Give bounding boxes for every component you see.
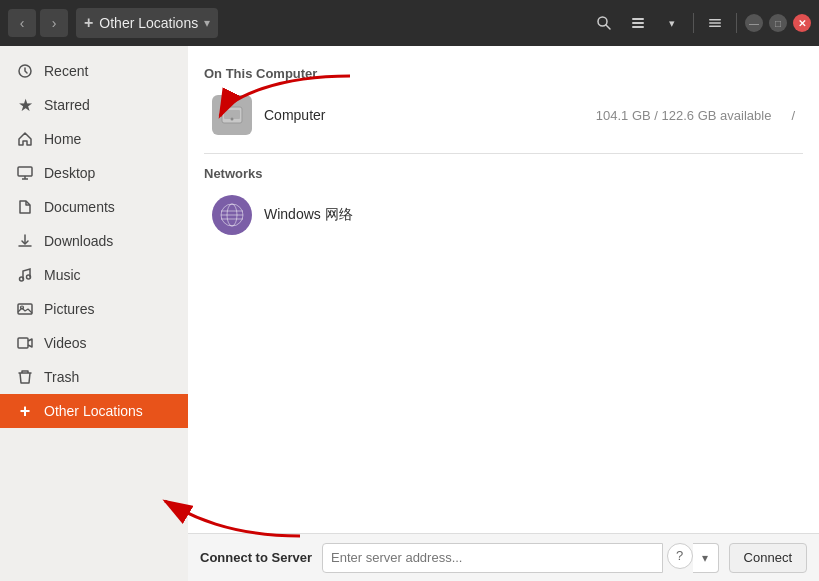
downloads-icon	[16, 232, 34, 250]
sidebar-item-starred[interactable]: ★ Starred	[0, 88, 188, 122]
star-icon: ★	[16, 96, 34, 114]
location-label: Other Locations	[99, 15, 198, 31]
sidebar-item-label-home: Home	[44, 131, 81, 147]
documents-icon	[16, 198, 34, 216]
help-icon: ?	[676, 548, 683, 563]
svg-point-21	[231, 118, 234, 121]
close-button[interactable]: ✕	[793, 14, 811, 32]
server-address-input[interactable]	[322, 543, 663, 573]
hamburger-menu-button[interactable]	[700, 8, 730, 38]
svg-point-14	[20, 277, 24, 281]
hamburger-menu-icon	[707, 15, 723, 31]
connect-button-label: Connect	[744, 550, 792, 565]
svg-rect-18	[18, 338, 28, 348]
address-dropdown-button[interactable]: ▾	[693, 543, 719, 573]
sidebar-item-videos[interactable]: Videos	[0, 326, 188, 360]
minimize-icon: —	[749, 18, 759, 29]
list-view-icon	[630, 15, 646, 31]
computer-item-slash: /	[791, 108, 795, 123]
sidebar-item-music[interactable]: Music	[0, 258, 188, 292]
sidebar-item-label-trash: Trash	[44, 369, 79, 385]
svg-line-1	[606, 25, 610, 29]
other-locations-plus-icon: +	[16, 402, 34, 420]
sidebar-item-label-pictures: Pictures	[44, 301, 95, 317]
location-chevron-icon: ▾	[204, 16, 210, 30]
sidebar-item-label-downloads: Downloads	[44, 233, 113, 249]
connect-to-server-label: Connect to Server	[200, 550, 312, 565]
connect-button[interactable]: Connect	[729, 543, 807, 573]
windows-network-name: Windows 网络	[264, 206, 795, 224]
recent-icon	[16, 62, 34, 80]
maximize-button[interactable]: □	[769, 14, 787, 32]
view-options-chevron-icon: ▾	[669, 17, 675, 30]
sidebar-item-pictures[interactable]: Pictures	[0, 292, 188, 326]
titlebar-separator	[693, 13, 694, 33]
main-area: Recent ★ Starred Home Desktop	[0, 46, 819, 581]
search-button[interactable]	[589, 8, 619, 38]
on-this-computer-heading: On This Computer	[204, 66, 803, 81]
minimize-button[interactable]: —	[745, 14, 763, 32]
sidebar-item-other-locations[interactable]: + Other Locations	[0, 394, 188, 428]
network-globe-icon	[212, 195, 252, 235]
maximize-icon: □	[775, 18, 781, 29]
svg-rect-2	[632, 18, 644, 20]
networks-heading: Networks	[204, 166, 803, 181]
svg-rect-4	[632, 26, 644, 28]
bottom-bar: Connect to Server ? ▾ Connect	[188, 533, 819, 581]
server-address-group: ? ▾	[322, 543, 719, 573]
disk-icon	[212, 95, 252, 135]
sidebar-item-label-desktop: Desktop	[44, 165, 95, 181]
svg-rect-7	[709, 26, 721, 28]
close-icon: ✕	[798, 18, 806, 29]
titlebar: ‹ › + Other Locations ▾ ▾ — □	[0, 0, 819, 46]
computer-item[interactable]: Computer 104.1 GB / 122.6 GB available /	[204, 89, 803, 141]
search-icon	[596, 15, 612, 31]
nav-back-icon: ‹	[20, 15, 25, 31]
sidebar-item-label-documents: Documents	[44, 199, 115, 215]
sidebar-item-label-music: Music	[44, 267, 81, 283]
address-dropdown-icon: ▾	[702, 551, 708, 565]
nav-back-button[interactable]: ‹	[8, 9, 36, 37]
sidebar-item-label-other-locations: Other Locations	[44, 403, 143, 419]
svg-rect-3	[632, 22, 644, 24]
titlebar-separator-2	[736, 13, 737, 33]
svg-rect-16	[18, 304, 32, 314]
sidebar-item-downloads[interactable]: Downloads	[0, 224, 188, 258]
home-icon	[16, 130, 34, 148]
svg-rect-6	[709, 22, 721, 24]
desktop-icon	[16, 164, 34, 182]
sidebar-item-home[interactable]: Home	[0, 122, 188, 156]
sidebar-item-recent[interactable]: Recent	[0, 54, 188, 88]
computer-item-name: Computer	[264, 107, 584, 123]
svg-rect-9	[18, 167, 32, 176]
music-icon	[16, 266, 34, 284]
section-divider	[204, 153, 803, 154]
sidebar-item-label-starred: Starred	[44, 97, 90, 113]
sidebar-item-label-videos: Videos	[44, 335, 87, 351]
content-scroll: On This Computer Computer 104.1 GB / 122…	[188, 46, 819, 533]
help-button[interactable]: ?	[667, 543, 693, 569]
nav-forward-icon: ›	[52, 15, 57, 31]
svg-rect-5	[709, 19, 721, 21]
pictures-icon	[16, 300, 34, 318]
location-bar[interactable]: + Other Locations ▾	[76, 8, 218, 38]
sidebar: Recent ★ Starred Home Desktop	[0, 46, 188, 581]
videos-icon	[16, 334, 34, 352]
computer-item-info: 104.1 GB / 122.6 GB available	[596, 108, 772, 123]
location-plus-icon: +	[84, 14, 93, 32]
sidebar-item-desktop[interactable]: Desktop	[0, 156, 188, 190]
list-view-button[interactable]	[623, 8, 653, 38]
windows-network-item[interactable]: Windows 网络	[204, 189, 803, 241]
sidebar-item-trash[interactable]: Trash	[0, 360, 188, 394]
sidebar-item-documents[interactable]: Documents	[0, 190, 188, 224]
trash-icon	[16, 368, 34, 386]
content-panel: On This Computer Computer 104.1 GB / 122…	[188, 46, 819, 581]
nav-forward-button[interactable]: ›	[40, 9, 68, 37]
view-options-button[interactable]: ▾	[657, 8, 687, 38]
sidebar-item-label-recent: Recent	[44, 63, 88, 79]
svg-point-15	[27, 275, 31, 279]
